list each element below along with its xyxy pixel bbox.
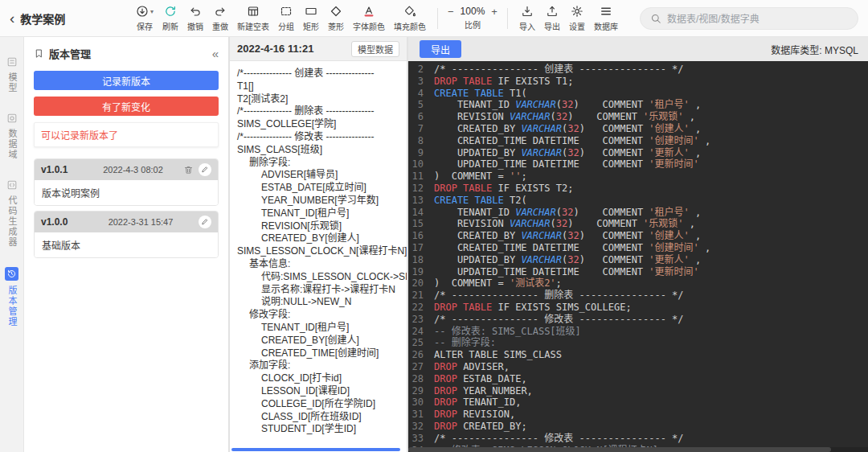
line-number: 11 [408, 171, 434, 183]
diff-line: SIMS_CLASS[班级] [237, 144, 407, 157]
code-text: /* --------------- 修改表 --------------- *… [434, 314, 684, 326]
line-number: 7 [408, 123, 434, 135]
delete-version-button[interactable] [183, 165, 194, 175]
export-sql-button[interactable]: 导出 [420, 40, 461, 58]
code-line: 20) COMMENT = '测试表2'; [408, 277, 868, 290]
settings-icon [571, 5, 583, 18]
record-version-button[interactable]: 记录新版本 [34, 71, 219, 90]
line-number: 24 [408, 326, 434, 338]
line-number: 5 [408, 99, 434, 111]
code-line: 27DROP ADVISER, [408, 361, 868, 373]
code-text: -- 修改表: SIMS_CLASS[班级] [434, 326, 581, 338]
diff-line: LESSON_ID[课程ID] [237, 385, 407, 398]
code-line: 16 CREATED_BY VARCHAR(32) COMMENT '创建人' … [408, 230, 868, 242]
tool-settings[interactable]: 设置 [565, 2, 589, 35]
code-line: 2/* --------------- 创建表 --------------- … [408, 64, 868, 76]
line-number: 18 [408, 254, 434, 266]
line-number: 28 [408, 373, 434, 385]
zoom-control: − 100% + 比例 [445, 6, 500, 31]
code-line: 11) COMMENT = ''; [408, 171, 868, 183]
tool-diamond[interactable]: 菱形 [324, 2, 348, 35]
caret-down-icon: ▾ [150, 8, 154, 15]
code-text: -- 删除字段: [434, 337, 496, 349]
code-text: /* --------------- 删除表 --------------- *… [434, 290, 684, 302]
diff-line: 添加字段: [237, 360, 407, 372]
diff-panel-header: 2022-4-16 11:21 模型数据 [230, 37, 407, 61]
line-number: 33 [408, 433, 434, 445]
edit-version-button[interactable] [199, 163, 211, 176]
line-number: 20 [408, 277, 434, 290]
tool-export[interactable]: 导出 [540, 2, 564, 35]
tool-group[interactable]: 分组 [274, 2, 298, 35]
editor-scrollbar-thumb[interactable] [408, 447, 831, 452]
tool-font-color[interactable]: 字体颜色 [349, 2, 389, 35]
diff-line: SIMS_COLLEGE[学院] [237, 118, 407, 131]
code-line: 26ALTER TABLE SIMS_CLASS [408, 349, 868, 361]
code-text: DROP TABLE IF EXISTS SIMS_COLLEGE; [434, 302, 632, 314]
editor-horizontal-scrollbar[interactable] [408, 447, 868, 452]
zoom-in-button[interactable]: + [491, 6, 497, 17]
diff-line: 基本信息: [237, 258, 407, 271]
code-line: 21/* --------------- 删除表 ---------------… [408, 290, 868, 302]
diff-body[interactable]: /*--------------- 创建表 ---------------T1[… [230, 61, 407, 452]
code-line: 32DROP CREATED_BY; [408, 421, 868, 433]
line-number: 9 [408, 147, 434, 159]
code-panel: 导出 数据库类型: MYSQL 2/* --------------- 创建表 … [408, 37, 868, 452]
tool-label: 字体颜色 [353, 20, 385, 32]
tool-save[interactable]: ▾保存 [132, 2, 158, 35]
code-line: 7 CREATED_BY VARCHAR(32) COMMENT '创建人' , [408, 123, 868, 135]
code-line: 28DROP ESTAB_DATE, [408, 373, 868, 385]
edit-version-button[interactable] [199, 216, 211, 228]
search-input[interactable]: 数据表/视图/数据字典 [640, 7, 858, 30]
zoom-value: 100% [461, 6, 485, 17]
app-window: ‹ 教学案例 ▾保存刷新撤销重做新建空表分组矩形菱形字体颜色填充颜色 − 100… [0, 0, 868, 452]
sidebar-tab-label: 数据域 [7, 129, 16, 160]
version-panel-icon [34, 48, 44, 59]
tool-rect[interactable]: 矩形 [299, 2, 323, 35]
line-number: 26 [408, 349, 434, 361]
font-color-icon [362, 5, 375, 18]
diff-line: COLLEGE_ID[所在学院ID] [237, 398, 407, 411]
collapse-panel-icon[interactable]: « [212, 47, 219, 60]
model-icon [6, 56, 18, 68]
sidebar-tab-version[interactable]: 版本管理 [5, 267, 18, 327]
diff-horizontal-scrollbar[interactable] [231, 448, 400, 451]
diff-line: REVISION[乐观锁] [237, 220, 407, 233]
version-panel-title: 版本管理 [49, 46, 91, 61]
diff-line: 删除字段: [237, 157, 407, 170]
tool-redo[interactable]: 重做 [208, 2, 232, 35]
diff-line: ADVISER[辅导员] [237, 169, 407, 182]
zoom-out-button[interactable]: − [448, 6, 454, 17]
line-number: 22 [408, 302, 434, 314]
version-card-header[interactable]: v1.0.1 2022-4-3 08:02 [35, 159, 218, 180]
tool-undo[interactable]: 撤销 [183, 2, 207, 35]
tool-label: 保存 [137, 20, 153, 32]
code-text: UPDATED_BY VARCHAR(32) COMMENT '更新人' , [434, 147, 701, 159]
tool-new-table[interactable]: 新建空表 [233, 2, 273, 35]
tool-label: 撤销 [187, 20, 203, 32]
code-line: 4CREATE TABLE T1( [408, 88, 868, 100]
code-line: 33/* --------------- 修改表 ---------------… [408, 433, 868, 445]
tool-database[interactable]: 数据库 [590, 2, 622, 35]
code-line: 17 CREATED_TIME DATETIME COMMENT '创建时间' … [408, 242, 868, 254]
tool-fill-color[interactable]: 填充颜色 [390, 2, 430, 35]
line-number: 10 [408, 158, 434, 171]
tool-import[interactable]: 导入 [515, 2, 539, 35]
version-card-header[interactable]: v1.0.0 2022-3-31 15:47 [35, 212, 218, 232]
code-text: UPDATED_TIME DATETIME COMMENT '更新时间' [434, 266, 699, 278]
sql-editor[interactable]: 2/* --------------- 创建表 --------------- … [408, 61, 868, 452]
diff-panel: 2022-4-16 11:21 模型数据 /*--------------- 创… [230, 37, 408, 452]
code-line: 25-- 删除字段: [408, 337, 868, 349]
sidebar-tab-data-domain[interactable]: 数据域 [6, 113, 18, 160]
back-button[interactable]: ‹ 教学案例 [10, 10, 130, 27]
data-domain-icon [6, 113, 18, 124]
sidebar-tab-model[interactable]: 模型 [6, 56, 18, 93]
tool-refresh[interactable]: 刷新 [158, 2, 182, 35]
diff-line: CLOCK_ID[打卡id] [237, 372, 407, 385]
line-number: 13 [408, 195, 434, 207]
diff-line: 说明:NULL->NEW_N [237, 296, 407, 309]
sidebar-tab-code-generator[interactable]: 代码生成器 [6, 179, 18, 248]
model-data-button[interactable]: 模型数据 [351, 41, 399, 57]
code-text: CREATE TABLE T2( [434, 195, 527, 207]
new-changes-button[interactable]: 有了新变化 [34, 97, 219, 116]
